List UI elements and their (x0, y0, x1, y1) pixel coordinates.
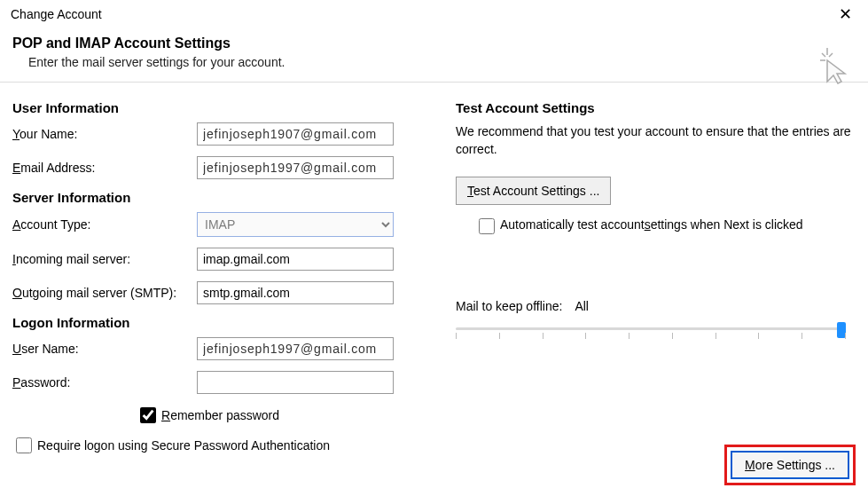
user-name-field[interactable] (197, 337, 394, 360)
page-subtitle: Enter the mail server settings for your … (12, 55, 856, 69)
incoming-server-label: Incoming mail server: (12, 252, 197, 266)
test-account-heading: Test Account Settings (456, 100, 856, 115)
test-account-description: We recommend that you test your account … (456, 122, 856, 159)
account-type-label: Account Type: (12, 217, 197, 232)
auto-test-checkbox[interactable] (479, 218, 495, 234)
user-name-label: User Name: (12, 342, 197, 356)
mail-keep-offline-value: All (575, 299, 589, 313)
password-field[interactable] (197, 371, 394, 394)
user-info-heading: User Information (12, 100, 420, 115)
svg-line-3 (829, 53, 833, 57)
outgoing-server-label: Outgoing mail server (SMTP): (12, 286, 197, 300)
email-address-field[interactable] (197, 156, 394, 179)
more-settings-button[interactable]: More Settings ... (731, 451, 849, 479)
more-settings-highlight: More Settings ... (724, 445, 856, 485)
email-address-label: Email Address: (12, 161, 197, 175)
page-title: POP and IMAP Account Settings (12, 35, 856, 51)
window-title: Change Account (7, 7, 102, 21)
remember-password-label: Remember password (161, 408, 279, 422)
test-account-settings-button[interactable]: Test Account Settings ... (456, 177, 611, 205)
your-name-field[interactable] (197, 122, 394, 146)
server-info-heading: Server Information (12, 190, 420, 205)
close-icon[interactable]: ✕ (830, 1, 861, 28)
auto-test-label: Automatically test account settings when… (500, 217, 803, 232)
password-label: Password: (12, 375, 197, 390)
require-spa-label: Require logon using Secure Password Auth… (37, 438, 330, 453)
cursor-click-icon (818, 44, 852, 88)
mail-keep-offline-label: Mail to keep offline: (456, 299, 562, 313)
account-type-select[interactable]: IMAP (197, 212, 394, 237)
outgoing-server-field[interactable] (197, 281, 394, 304)
logon-info-heading: Logon Information (12, 315, 420, 330)
require-spa-checkbox[interactable] (16, 437, 32, 453)
your-name-label: Your Name: (12, 127, 197, 141)
mail-keep-offline-slider[interactable] (456, 322, 846, 349)
svg-line-2 (822, 53, 825, 57)
remember-password-checkbox[interactable] (140, 407, 156, 423)
incoming-server-field[interactable] (197, 248, 394, 271)
